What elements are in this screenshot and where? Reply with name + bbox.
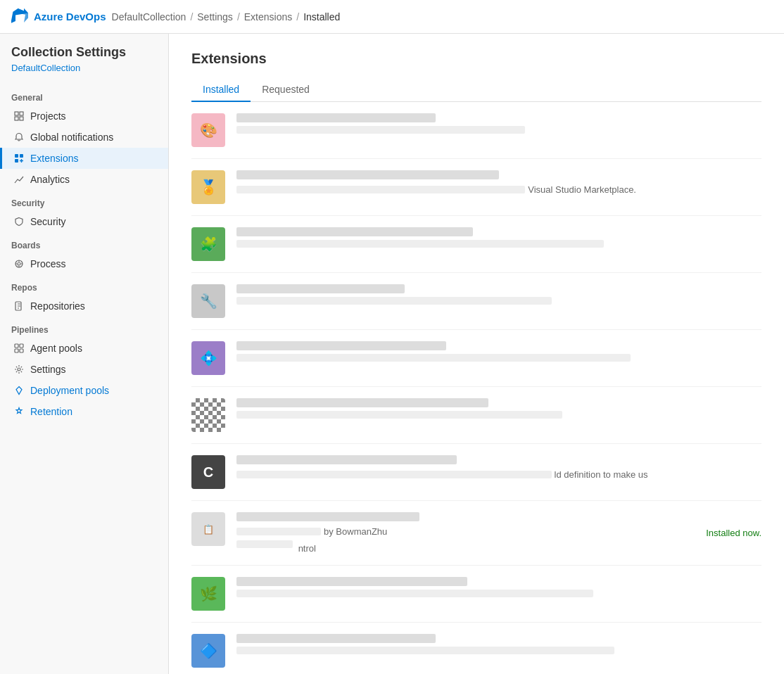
sidebar-item-extensions[interactable]: Extensions <box>0 148 168 169</box>
extension-name[interactable] <box>236 113 761 122</box>
installed-now-badge: Installed now. <box>706 528 761 538</box>
extension-icon: 🎨 <box>191 113 225 147</box>
extension-info <box>236 113 761 137</box>
page-title: Extensions <box>191 51 761 67</box>
agent-pools-icon <box>13 343 25 354</box>
extension-desc: Visual Studio Marketplace. <box>236 183 761 197</box>
repo-icon <box>13 300 25 312</box>
extension-list: 🎨 🏅 <box>191 102 761 674</box>
sidebar-item-agent-pools[interactable]: Agent pools <box>0 338 168 359</box>
extension-desc <box>236 240 761 248</box>
sidebar-section-pipelines: Pipelines <box>0 317 168 338</box>
sidebar-item-global-notifications[interactable]: Global notifications <box>0 127 168 148</box>
extension-icon: 🔧 <box>191 284 225 318</box>
main-content: Extensions Installed Requested 🎨 <box>169 34 784 674</box>
sidebar-item-settings[interactable]: Settings <box>0 359 168 380</box>
svg-rect-12 <box>15 349 18 352</box>
process-icon <box>13 258 25 269</box>
extension-name[interactable] <box>236 227 761 236</box>
extension-icon: 🧩 <box>191 227 225 261</box>
extension-info <box>236 284 761 308</box>
extension-icon: 📋 <box>191 512 225 546</box>
extension-desc <box>236 590 761 597</box>
extension-desc <box>236 647 761 654</box>
svg-point-8 <box>18 262 20 265</box>
retention-icon <box>13 406 25 417</box>
sidebar-item-deployment-pools-label: Deployment pools <box>30 385 109 396</box>
sidebar-item-security-label: Security <box>30 216 66 227</box>
shield-icon <box>13 216 25 227</box>
svg-rect-11 <box>20 344 23 348</box>
extension-name[interactable] <box>236 577 761 586</box>
sidebar-item-retention[interactable]: Retention <box>0 401 168 422</box>
sidebar-item-deployment-pools[interactable]: Deployment pools <box>0 380 168 401</box>
sidebar-item-settings-label: Settings <box>30 364 66 375</box>
list-item: 🏅 Visual Studio Marketplace. <box>191 159 761 216</box>
extension-info <box>236 398 761 422</box>
svg-rect-3 <box>20 117 23 120</box>
top-nav: Azure DevOps DefaultCollection / Setting… <box>0 0 784 34</box>
svg-rect-13 <box>20 349 23 352</box>
list-item: C ld definition to make us <box>191 444 761 501</box>
sidebar-item-repositories[interactable]: Repositories <box>0 295 168 317</box>
extension-icon: 🔷 <box>191 634 225 668</box>
extension-name[interactable] <box>236 634 761 643</box>
sidebar-section-repos: Repos <box>0 274 168 295</box>
svg-rect-6 <box>15 159 18 163</box>
list-item: 📋 by BowmanZhu ntrol <box>191 501 761 566</box>
tab-requested[interactable]: Requested <box>251 78 321 102</box>
extension-icon: C <box>191 455 225 489</box>
extension-icon: 🌿 <box>191 577 225 611</box>
extension-name[interactable] <box>236 341 761 350</box>
sidebar-section-boards: Boards <box>0 232 168 253</box>
list-item: 🔧 <box>191 273 761 330</box>
sidebar-item-security[interactable]: Security <box>0 211 168 232</box>
extension-name[interactable] <box>236 398 761 407</box>
extension-info <box>236 341 761 365</box>
extension-info: Visual Studio Marketplace. <box>236 170 761 197</box>
tab-installed[interactable]: Installed <box>191 78 251 102</box>
extension-icon <box>191 398 225 432</box>
extension-name[interactable] <box>236 455 761 464</box>
brand[interactable]: Azure DevOps <box>11 8 106 25</box>
extension-icon: 💠 <box>191 341 225 375</box>
sidebar-section-security: Security <box>0 190 168 211</box>
extension-desc: ld definition to make us <box>236 468 761 482</box>
sidebar-item-global-notifications-label: Global notifications <box>30 132 113 143</box>
svg-rect-2 <box>15 117 18 120</box>
tabs-bar: Installed Requested <box>191 78 761 102</box>
sidebar-item-extensions-label: Extensions <box>30 153 78 164</box>
list-item <box>191 387 761 444</box>
projects-icon <box>13 110 25 122</box>
extension-name[interactable] <box>236 170 761 179</box>
list-item: 🎨 <box>191 102 761 159</box>
bell-icon <box>13 132 25 143</box>
sidebar-item-agent-pools-label: Agent pools <box>30 343 82 354</box>
list-item: 🌿 <box>191 566 761 623</box>
svg-point-14 <box>18 368 20 371</box>
gear-icon <box>13 364 25 375</box>
list-item: 🧩 <box>191 216 761 273</box>
extension-name[interactable] <box>236 284 761 293</box>
extension-name[interactable] <box>236 512 695 521</box>
svg-rect-1 <box>20 112 23 115</box>
sidebar-item-projects-label: Projects <box>30 110 66 122</box>
extension-desc <box>236 411 761 419</box>
extension-info <box>236 577 761 601</box>
sidebar-item-process[interactable]: Process <box>0 253 168 274</box>
extension-desc <box>236 354 761 362</box>
extension-info <box>236 227 761 251</box>
extension-desc <box>236 126 761 134</box>
extension-info: ld definition to make us <box>236 455 761 482</box>
extension-desc <box>236 297 761 305</box>
sidebar-item-projects[interactable]: Projects <box>0 106 168 127</box>
sidebar-section-general: General <box>0 84 168 106</box>
sidebar: Collection Settings DefaultCollection Ge… <box>0 34 169 674</box>
sidebar-item-analytics[interactable]: Analytics <box>0 169 168 190</box>
list-item: 🔷 <box>191 623 761 674</box>
azure-devops-logo-icon <box>11 8 28 25</box>
sidebar-subtitle[interactable]: DefaultCollection <box>0 63 168 84</box>
list-item: 💠 <box>191 330 761 387</box>
deployment-icon <box>13 385 25 396</box>
sidebar-item-retention-label: Retention <box>30 406 72 417</box>
